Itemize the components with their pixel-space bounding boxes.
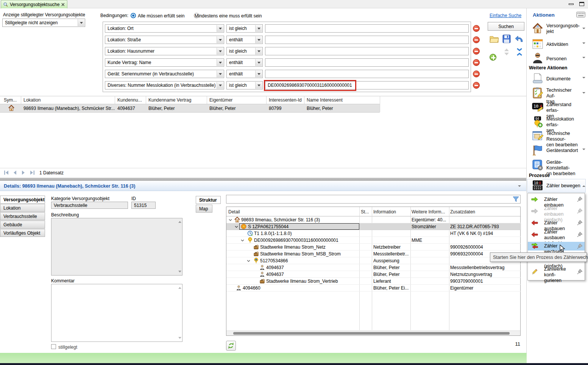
add-condition-button[interactable] [490,54,496,61]
condition-field-select[interactable]: Gerät: Seriennummer (in Verbrauchsstelle… [105,70,224,78]
condition-value-input[interactable] [265,36,469,44]
condition-op-select[interactable]: ist gleich [226,24,263,33]
condition-value-input[interactable] [265,47,469,55]
condition-op-select[interactable]: enthält [226,58,263,67]
menu-zaehler-wechseln[interactable]: Zähler wechseln [528,242,585,251]
condition-field-select[interactable]: Diverses: Nummer Messlokation (in Verbra… [105,81,224,89]
tree-col-information[interactable]: Information [373,209,396,215]
menu-zaehler-ausbauen-einfach[interactable]: Zähler ausbauen (einfach) [528,228,585,241]
scrollbar-thumb[interactable] [233,332,510,335]
col-name-interessent[interactable]: Name Interessent [307,97,343,103]
tree-col-status[interactable]: St... [361,209,369,215]
tree-node-label[interactable]: 98693 Ilmenau, Schmücker Str. 116 (3) [241,217,358,222]
tree-node-label[interactable]: DE0009269869307000031160000000001 [254,238,358,243]
condition-field-select[interactable]: Lokation: Ort [105,24,224,33]
tree-row[interactable]: Stadtwerke Ilmenau Strom_Netz Netzbetrei… [226,244,521,251]
col-lokation[interactable]: Lokation [23,97,41,103]
tree-row-selected[interactable]: S 1ZPA0621755044 Stromzähler ZE 312.DR.A… [226,223,521,230]
pin-icon[interactable] [577,196,583,202]
expander-icon[interactable] [229,218,232,222]
col-sym[interactable]: Sym... [4,97,17,103]
condition-field-select[interactable]: Kunde Vertrag: Name [105,58,224,67]
cell-eigentuemer[interactable]: Blüher, Peter [209,106,236,111]
tree-col-detail[interactable]: Detail [228,209,240,215]
tree-node-label[interactable]: T1 1.8.0(1-1:1.8.0) [254,231,358,236]
simple-search-link[interactable]: Einfache Suche [490,13,521,18]
tree-node-label[interactable]: Stadtwerke Ilmenau Strom_Netz [260,244,358,250]
pin-icon[interactable] [577,208,583,214]
cell-kundennummer[interactable]: 4094637 [117,106,135,111]
remove-condition-button[interactable] [473,48,480,55]
tree-row[interactable]: Stadtwerke Ilmenau Strom_MSB_Strom Messs… [226,251,521,257]
condition-op-select[interactable]: enthält [226,70,263,78]
tab-gebaeude[interactable]: Gebäude [0,221,45,229]
condition-field-select[interactable]: Lokation: Hausnummer [105,47,224,55]
stillgelegt-checkbox[interactable] [51,344,56,349]
tab-vorlaeufiges-objekt[interactable]: Vorläufiges Objekt [0,229,45,237]
tree-col-zusatzdaten[interactable]: Zusatzdaten [450,209,475,215]
col-kundennummer[interactable]: Kundennu... [117,97,142,103]
condition-field-select[interactable]: Lokation: Straße [105,36,224,44]
remove-condition-button[interactable] [473,36,480,43]
tree-node-label[interactable]: Stadtwerke Ilmenau Strom_MSB_Strom [260,251,358,257]
tree-row[interactable]: Stadtwerke Ilmenau Strom_Vertrieb Liefer… [226,278,521,285]
remove-condition-button[interactable] [473,70,480,77]
expander-icon[interactable] [241,239,244,242]
pin-icon[interactable] [577,269,583,274]
remove-condition-button[interactable] [473,25,480,32]
col-kundenname-vertrag[interactable]: Kundenname Vertrag [148,97,191,103]
menu-zaehlwerke-konfigurieren[interactable]: Zählwerke konfi- gurieren [528,265,585,278]
tree-row[interactable]: 4094637 Blüher, Peter Netznutzungsvertra… [226,271,521,278]
condition-op-select[interactable]: ist gleich [226,47,263,55]
collapse-details-icon[interactable] [518,185,521,188]
open-folder-icon[interactable] [490,35,499,43]
pin-icon[interactable] [577,232,583,237]
tab-verbrauchsstelle[interactable]: Verbrauchsstelle [0,212,45,220]
kommentar-textarea[interactable] [51,284,182,342]
remove-condition-button[interactable] [473,82,480,89]
prev-page-icon[interactable] [12,170,17,175]
menu-zaehler-einbauen[interactable]: Zähler einbauen [528,195,585,204]
splitter[interactable] [0,178,527,181]
first-page-icon[interactable] [4,170,9,175]
condition-value-input[interactable] [265,58,469,67]
beschreibung-textarea[interactable] [51,218,182,276]
condition-op-select[interactable]: enthält [226,36,263,44]
last-page-icon[interactable] [30,170,35,175]
tree-node-label[interactable]: 4094660 [243,285,358,291]
remove-condition-button[interactable] [473,59,480,66]
scroll-up-icon[interactable] [178,219,181,223]
pin-icon[interactable] [577,220,583,226]
condition-value-input[interactable] [265,24,469,33]
stilllegung-select[interactable]: Stillgelegte nicht anzeigen [2,19,85,27]
tree-node-label[interactable]: Stadtwerke Ilmenau Strom_Vertrieb [266,279,358,284]
tree-col-weitere[interactable]: Weitere Inform... [412,209,445,215]
pin-icon[interactable] [577,243,583,249]
col-eigentuemer[interactable]: Eigentümer [209,97,232,103]
tree-row[interactable]: 98693 Ilmenau, Schmücker Str. 116 (3) Ei… [226,216,521,223]
cell-name-interessent[interactable]: Blüher, Peter [307,106,333,111]
minimize-button[interactable] [569,3,574,5]
tree-node-label[interactable]: S 1ZPA0621755044 [248,224,358,229]
cell-lokation[interactable]: 98693 Ilmenau (Manebach), Schmücker Str.… [23,106,114,111]
radio-all-conditions[interactable] [131,13,136,18]
tree-node-label[interactable]: 4094637 [266,265,358,270]
tab-versorgungsobjekt[interactable]: Versorgungsobjekt [0,196,45,204]
close-icon[interactable] [61,3,65,6]
search-button[interactable]: Suchen [488,22,524,31]
structure-filter-input[interactable] [226,195,521,204]
tree-row[interactable]: 4094660 Blüher, Peter Ei... Eigentümer [226,285,521,291]
tree-row[interactable]: DE0009269869307000031160000000001 MME [226,237,521,244]
keyboard-icon[interactable] [576,12,585,17]
undo-icon[interactable] [515,35,524,43]
tab-map[interactable]: Map [196,205,212,213]
filter-funnel-icon[interactable] [513,196,519,202]
tree-node-label[interactable]: 4094637 [266,272,358,277]
scroll-down-icon[interactable] [178,271,181,274]
tree-node-label[interactable]: 51270534866 [260,258,358,263]
next-page-icon[interactable] [21,170,26,175]
condition-value-input[interactable] [265,70,469,78]
cell-kundenname-vertrag[interactable]: Blüher, Peter [148,106,175,111]
refresh-button[interactable] [226,341,236,351]
maximize-button[interactable] [579,2,584,6]
